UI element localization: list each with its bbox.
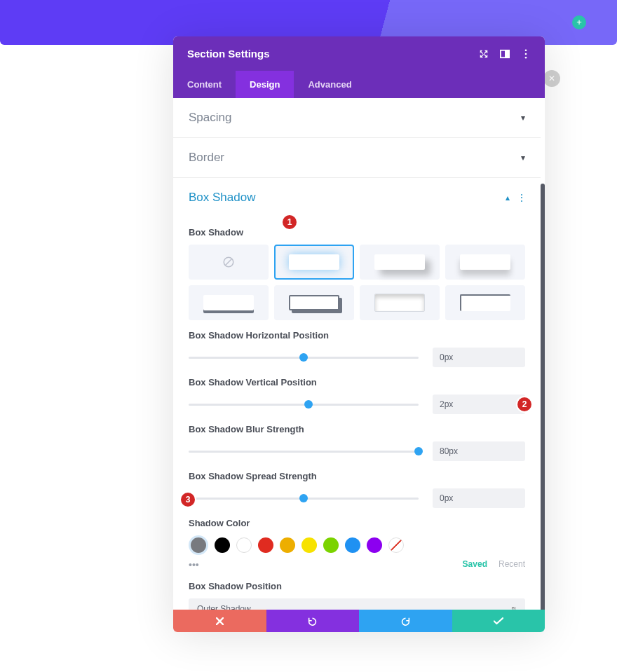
close-panel-button[interactable]: ✕ (543, 70, 560, 87)
color-tab-recent[interactable]: Recent (499, 559, 525, 569)
expand-icon[interactable] (479, 49, 489, 59)
modal-footer (173, 610, 545, 632)
color-swatch[interactable] (215, 537, 230, 553)
undo-button[interactable] (266, 610, 360, 632)
more-colors-button[interactable]: ••• (189, 559, 199, 570)
shadow-position-select[interactable]: Outer Shadow ⇅ (189, 598, 525, 610)
check-icon (494, 617, 503, 625)
group-spacing[interactable]: Spacing ▾ (173, 98, 541, 138)
chevron-down-icon: ▾ (521, 153, 525, 163)
tab-content[interactable]: Content (173, 71, 236, 98)
color-swatch[interactable] (367, 537, 382, 553)
group-head-boxshadow[interactable]: Box Shadow ▴ ⋮ (189, 191, 525, 205)
slider-spread[interactable] (189, 498, 419, 500)
color-swatch[interactable] (258, 537, 273, 553)
color-tab-saved[interactable]: Saved (463, 559, 487, 569)
tab-design[interactable]: Design (236, 71, 294, 98)
color-swatch[interactable] (280, 537, 295, 553)
color-swatch[interactable] (323, 537, 339, 553)
group-title-boxshadow: Box Shadow (189, 191, 255, 205)
value-horizontal[interactable]: 0px (433, 348, 525, 367)
shadow-preset-7[interactable] (445, 285, 525, 320)
label-vertical: Box Shadow Vertical Position (189, 377, 525, 388)
svg-line-6 (226, 259, 232, 266)
color-swatch[interactable] (345, 537, 360, 553)
undo-icon (308, 617, 317, 626)
kebab-icon[interactable] (521, 49, 531, 59)
modal-header: Section Settings (173, 36, 545, 71)
chevron-down-icon: ▾ (521, 113, 525, 123)
ban-icon (222, 256, 235, 268)
save-button[interactable] (452, 610, 545, 632)
shadow-preset-grid (189, 245, 525, 320)
scrollbar-thumb[interactable] (541, 184, 545, 610)
label-horizontal: Box Shadow Horizontal Position (189, 330, 525, 341)
modal-title: Section Settings (187, 48, 270, 60)
group-title-spacing: Spacing (189, 111, 231, 125)
chevron-up-icon: ▴ (506, 193, 510, 203)
svg-point-4 (525, 56, 527, 58)
updown-icon: ⇅ (511, 605, 517, 610)
slider-vertical[interactable] (189, 404, 419, 406)
shadow-preset-none[interactable] (189, 245, 269, 280)
shadow-preset-3[interactable] (445, 245, 525, 280)
header-icon-group (479, 49, 531, 59)
add-section-button[interactable]: + (572, 15, 586, 29)
modal-scroll: Spacing ▾ Border ▾ Box Shadow ▴ ⋮ (173, 98, 541, 610)
label-blur: Box Shadow Blur Strength (189, 424, 525, 434)
shadow-preset-4[interactable] (189, 285, 269, 320)
snap-icon[interactable] (500, 49, 510, 59)
redo-icon (401, 617, 410, 626)
modal-tabs: Content Design Advanced (173, 71, 545, 98)
svg-point-3 (525, 53, 527, 55)
color-swatch-none[interactable] (388, 537, 404, 553)
shadow-position-value: Outer Shadow (197, 604, 251, 610)
color-tabs: Saved Recent (463, 559, 525, 569)
close-icon (216, 617, 224, 625)
shadow-preset-2[interactable] (360, 245, 440, 280)
group-boxshadow: Box Shadow ▴ ⋮ Box Shadow (173, 178, 541, 610)
color-swatch[interactable] (301, 537, 317, 553)
color-swatch-selected[interactable] (189, 535, 208, 555)
color-swatches (189, 535, 525, 555)
shadow-preset-1[interactable] (274, 245, 354, 280)
cancel-button[interactable] (173, 610, 266, 632)
group-border[interactable]: Border ▾ (173, 138, 541, 178)
slider-blur[interactable] (189, 451, 419, 453)
value-vertical[interactable]: 2px (433, 395, 525, 414)
shadow-preset-5[interactable] (274, 285, 354, 320)
annotation-badge-3: 3 (181, 493, 195, 507)
label-shadow-position: Box Shadow Position (189, 581, 525, 591)
label-shadow-color: Shadow Color (189, 518, 525, 528)
tab-advanced[interactable]: Advanced (294, 71, 365, 98)
redo-button[interactable] (359, 610, 452, 632)
boxshadow-panel: Box Shadow Box Shadow Horizontal P (173, 217, 541, 610)
kebab-icon[interactable]: ⋮ (517, 192, 525, 203)
svg-rect-1 (505, 50, 509, 57)
label-boxshadow: Box Shadow (189, 227, 525, 238)
color-swatch[interactable] (236, 537, 252, 553)
slider-horizontal[interactable] (189, 357, 419, 359)
group-title-border: Border (189, 151, 224, 165)
svg-point-2 (525, 49, 527, 51)
label-spread: Box Shadow Spread Strength (189, 471, 525, 481)
annotation-badge-2: 2 (517, 397, 531, 411)
section-settings-modal: Section Settings Content Design Advanced… (173, 36, 545, 632)
shadow-preset-6[interactable] (360, 285, 440, 320)
value-blur[interactable]: 80px (433, 441, 525, 461)
annotation-badge-1: 1 (283, 215, 297, 229)
modal-body: Spacing ▾ Border ▾ Box Shadow ▴ ⋮ (173, 98, 545, 610)
value-spread[interactable]: 0px (433, 488, 525, 508)
